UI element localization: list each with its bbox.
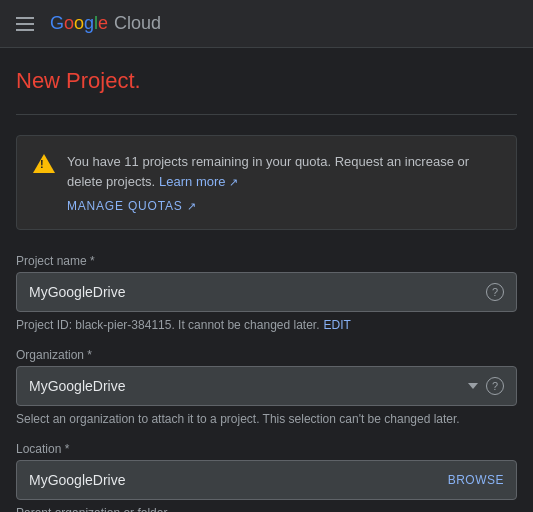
cloud-text: Cloud — [114, 13, 161, 34]
location-value: MyGoogleDrive — [29, 472, 448, 488]
browse-link[interactable]: BROWSE — [448, 473, 504, 487]
organization-label: Organization * — [16, 348, 517, 362]
hamburger-menu[interactable] — [16, 17, 34, 31]
page-title: New Project. — [16, 68, 517, 94]
manage-quotas-link[interactable]: MANAGE QUOTAS ↗ — [67, 199, 500, 213]
divider — [16, 114, 517, 115]
project-name-label: Project name * — [16, 254, 517, 268]
warning-icon — [33, 154, 55, 173]
chevron-down-icon[interactable] — [468, 383, 478, 389]
organization-value: MyGoogleDrive — [29, 378, 468, 394]
warning-content: You have 11 projects remaining in your q… — [67, 152, 500, 213]
header: Google Cloud — [0, 0, 533, 48]
location-row: MyGoogleDrive BROWSE — [16, 460, 517, 500]
external-link-icon-2: ↗ — [187, 200, 197, 212]
logo: Google Cloud — [50, 13, 161, 34]
warning-box: You have 11 projects remaining in your q… — [16, 135, 517, 230]
warning-text: You have 11 projects remaining in your q… — [67, 154, 469, 189]
organization-group: Organization * MyGoogleDrive ? — [16, 348, 517, 406]
project-name-input-row: ? — [16, 272, 517, 312]
organization-select-row[interactable]: MyGoogleDrive ? — [16, 366, 517, 406]
project-name-group: Project name * ? — [16, 254, 517, 312]
learn-more-link[interactable]: Learn more ↗ — [159, 174, 238, 189]
organization-help-icon[interactable]: ? — [486, 377, 504, 395]
project-id-row: Project ID: black-pier-384115. It cannot… — [16, 318, 517, 332]
project-name-input[interactable] — [29, 284, 486, 300]
page-content: New Project. You have 11 projects remain… — [0, 48, 533, 512]
project-id-text: Project ID: black-pier-384115. It cannot… — [16, 318, 320, 332]
google-text: Google — [50, 13, 108, 34]
location-label: Location * — [16, 442, 517, 456]
location-group: Location * MyGoogleDrive BROWSE — [16, 442, 517, 500]
warning-triangle — [33, 154, 55, 173]
external-link-icon: ↗ — [229, 176, 238, 188]
location-hint: Parent organization or folder — [16, 506, 517, 512]
organization-hint: Select an organization to attach it to a… — [16, 412, 517, 426]
project-name-help-icon[interactable]: ? — [486, 283, 504, 301]
edit-project-id-link[interactable]: EDIT — [324, 318, 351, 332]
